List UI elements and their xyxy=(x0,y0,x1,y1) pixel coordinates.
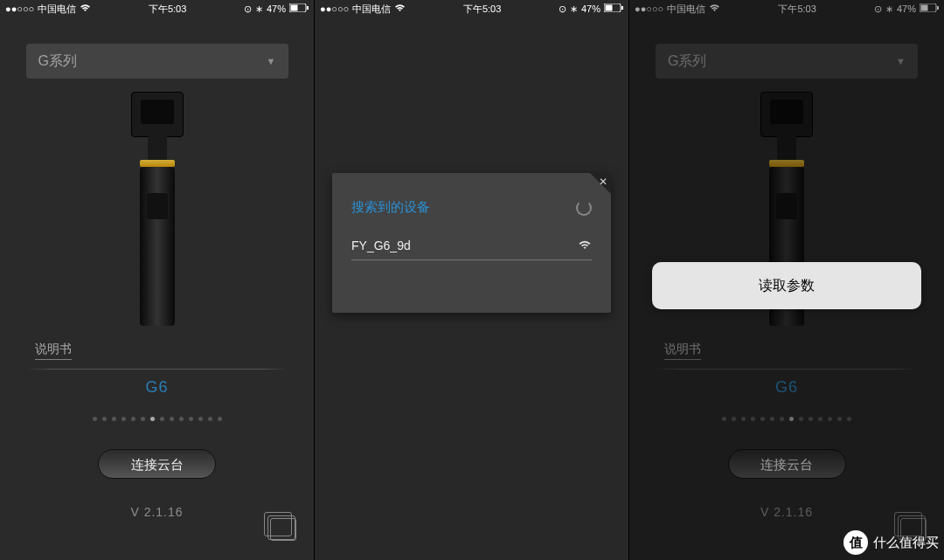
carrier-label: 中国电信 xyxy=(38,3,76,16)
battery-icon xyxy=(604,3,623,14)
chevron-down-icon: ▼ xyxy=(267,56,276,66)
screen-search: ●●○○○ 中国电信 下午5:03 ⊙ ∗ 47% ✕ 搜索到的设备 xyxy=(315,0,629,560)
watermark: 值 什么值得买 xyxy=(843,530,939,555)
carrier-label: 中国电信 xyxy=(352,3,391,16)
signal-dots-icon: ●●○○○ xyxy=(5,3,34,14)
connect-button[interactable]: 连接云台 xyxy=(98,449,216,479)
alarm-icon: ⊙ xyxy=(244,3,252,15)
manual-link[interactable]: 说明书 xyxy=(35,342,72,360)
status-bar: ●●○○○ 中国电信 下午5:03 ⊙ ∗ 47% xyxy=(315,0,628,17)
svg-rect-4 xyxy=(606,5,613,11)
battery-percent: 47% xyxy=(581,3,600,14)
clock-label: 下午5:03 xyxy=(149,3,186,16)
alarm-icon: ⊙ xyxy=(559,3,566,15)
spinner-icon xyxy=(576,200,592,216)
clock-label: 下午5:03 xyxy=(463,3,501,16)
model-label: G6 xyxy=(0,378,314,397)
pagination-dots[interactable] xyxy=(0,409,314,425)
screen-loading: ●●○○○ 中国电信 下午5:03 ⊙ ∗ 47% G系列 ▼ xyxy=(629,0,944,560)
wifi-icon xyxy=(578,239,592,252)
device-search-modal: ✕ 搜索到的设备 FY_G6_9d xyxy=(332,173,611,313)
watermark-text: 什么值得买 xyxy=(873,535,939,551)
battery-percent: 47% xyxy=(267,3,286,14)
series-dropdown-label: G系列 xyxy=(38,52,77,71)
screen-home: ●●○○○ 中国电信 下午5:03 ⊙ ∗ 47% G系列 ▼ xyxy=(0,0,315,560)
svg-rect-1 xyxy=(291,5,298,11)
device-name: FY_G6_9d xyxy=(351,239,411,252)
gallery-icon[interactable] xyxy=(270,518,296,541)
modal-title: 搜索到的设备 xyxy=(351,199,430,216)
loading-toast: 读取参数 xyxy=(652,262,921,309)
svg-rect-2 xyxy=(307,6,309,10)
bluetooth-icon: ∗ xyxy=(570,3,578,15)
toast-text: 读取参数 xyxy=(759,277,815,295)
product-image xyxy=(0,79,314,341)
bluetooth-icon: ∗ xyxy=(255,3,263,15)
modal-close-corner[interactable]: ✕ xyxy=(590,173,611,194)
series-dropdown[interactable]: G系列 ▼ xyxy=(26,44,288,79)
divider xyxy=(26,369,288,370)
wifi-icon xyxy=(394,3,406,14)
wifi-icon xyxy=(80,3,91,14)
signal-dots-icon: ●●○○○ xyxy=(320,3,349,14)
device-list-item[interactable]: FY_G6_9d xyxy=(351,223,592,260)
status-bar: ●●○○○ 中国电信 下午5:03 ⊙ ∗ 47% xyxy=(0,0,314,17)
battery-icon xyxy=(289,3,309,14)
close-icon: ✕ xyxy=(599,176,607,188)
svg-rect-5 xyxy=(621,6,623,10)
watermark-badge: 值 xyxy=(843,530,868,555)
